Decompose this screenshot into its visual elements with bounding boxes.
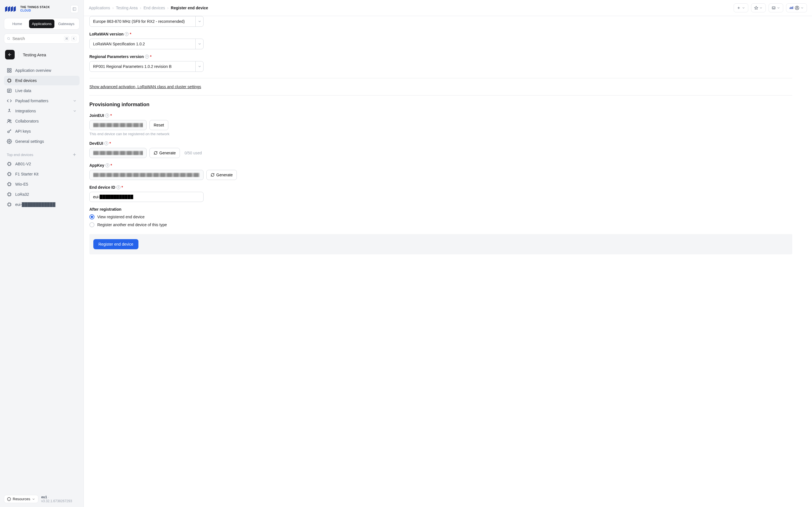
regional-params-label: Regional Parameters version [89,54,144,59]
svg-point-25 [8,131,9,133]
panel-toggle-button[interactable] [70,5,79,13]
top-end-devices-header: Top end devices [7,153,33,157]
refresh-icon [211,173,214,177]
tab-home[interactable]: Home [5,19,29,28]
nav-application-overview[interactable]: Application overview [4,66,80,75]
breadcrumb: Applications › Testing Area › End device… [89,6,208,10]
reset-button[interactable]: Reset [149,120,168,130]
code-icon [7,98,12,103]
svg-rect-0 [73,8,76,11]
resources-label: Resources [13,497,30,501]
nav-label: General settings [15,139,44,144]
after-registration-label: After registration [89,207,121,212]
chip-icon [7,78,12,83]
breadcrumb-item[interactable]: End devices [144,6,165,10]
nav-collaborators[interactable]: Collaborators [4,116,80,126]
grid-icon [7,68,12,73]
search-icon [7,36,10,41]
help-icon[interactable]: ? [105,114,109,117]
deveui-used-count: 0/50 used [185,151,202,155]
device-item[interactable]: AB01-V2 [4,159,80,169]
svg-rect-56 [8,193,11,196]
help-icon[interactable]: ? [145,55,149,59]
help-icon[interactable]: ? [104,142,108,145]
resources-button[interactable]: Resources [4,495,38,503]
device-item[interactable]: Wio-E5 [4,179,80,189]
users-icon [7,119,12,124]
nav-payload-formatters[interactable]: Payload formatters [4,96,80,106]
org-icon [789,6,794,10]
frequency-plan-select[interactable]: Europe 863-870 MHz (SF9 for RX2 - recomm… [89,16,204,27]
chevron-down-icon [777,6,780,10]
search-input-wrapper[interactable]: ⌘ K [4,34,80,44]
add-menu-button[interactable] [733,3,748,12]
device-label: eui-████████████ [15,202,55,207]
inbox-menu-button[interactable] [769,3,783,12]
radio-label: View registered end device [97,215,145,219]
select-value: LoRaWAN Specification 1.0.2 [90,42,195,46]
nav-label: End devices [15,78,37,83]
required-indicator: * [130,32,131,36]
joineui-label: JoinEUI [89,113,104,118]
tab-applications[interactable]: Applications [29,19,54,28]
logo-text: THE THINGS STACK CLOUD [20,6,50,12]
star-menu-button[interactable] [751,3,766,12]
regional-params-select[interactable]: RP001 Regional Parameters 1.0.2 revision… [89,61,204,72]
main-nav-tabs: Home Applications Gateways [4,18,80,30]
divider [89,78,792,78]
device-id-input[interactable] [89,192,204,202]
appkey-input[interactable] [89,170,204,180]
nav-api-keys[interactable]: API keys [4,126,80,136]
device-item[interactable]: F1 Starter Kit [4,169,80,179]
show-advanced-link[interactable]: Show advanced activation, LoRaWAN class … [89,84,201,89]
deveui-input[interactable] [89,148,147,158]
required-indicator: * [150,54,151,59]
top-devices-list: AB01-V2 F1 Starter Kit Wio-E5 LoRa32 eui… [4,159,80,209]
nav-label: Application overview [15,68,51,73]
chevron-right-icon: › [167,6,168,10]
help-icon[interactable]: ? [116,185,120,189]
nav-end-devices[interactable]: End devices [4,76,80,86]
add-device-button[interactable] [72,152,77,157]
integrations-icon [7,108,12,114]
list-icon [7,88,12,93]
chevron-down-icon [73,109,77,113]
breadcrumb-item[interactable]: Applications [89,6,110,10]
svg-rect-65 [8,203,11,206]
radio-view-device[interactable]: View registered end device [89,214,792,219]
footer-meta: eu1 · v3.32.1.6738267293 [41,495,80,503]
device-label: AB01-V2 [15,162,31,166]
back-button[interactable] [5,50,15,59]
breadcrumb-item[interactable]: Testing Area [116,6,138,10]
lorawan-version-select[interactable]: LoRaWAN Specification 1.0.2 [89,39,204,49]
chip-icon [7,161,12,166]
help-icon[interactable]: ? [105,163,109,167]
svg-point-86 [797,7,798,8]
chevron-down-icon [759,6,763,10]
register-end-device-button[interactable]: Register end device [93,239,139,249]
nav-label: Payload formatters [15,99,49,103]
chevron-right-icon: › [112,6,114,10]
user-icon [795,6,799,10]
joineui-input[interactable] [89,120,147,130]
chevron-down-icon [73,99,77,103]
brand-logo[interactable]: THE THINGS STACK CLOUD [5,6,50,12]
deveui-label: DevEUI [89,141,103,146]
tab-gateways[interactable]: Gateways [54,19,78,28]
nav-live-data[interactable]: Live data [4,86,80,96]
device-item[interactable]: LoRa32 [4,189,80,199]
radio-register-another[interactable]: Register another end device of this type [89,222,792,227]
account-menu-button[interactable] [786,3,807,12]
info-icon [7,497,11,501]
help-icon[interactable]: ? [124,32,129,36]
nav-integrations[interactable]: Integrations [4,106,80,116]
nav-label: Live data [15,89,31,93]
generate-deveui-button[interactable]: Generate [149,148,180,158]
svg-point-24 [10,120,11,121]
svg-point-2 [7,38,9,40]
generate-appkey-button[interactable]: Generate [206,170,237,180]
nav-general-settings[interactable]: General settings [4,136,80,146]
device-item[interactable]: eui-████████████ [4,200,80,209]
search-input[interactable] [12,36,62,41]
refresh-icon [154,151,158,155]
